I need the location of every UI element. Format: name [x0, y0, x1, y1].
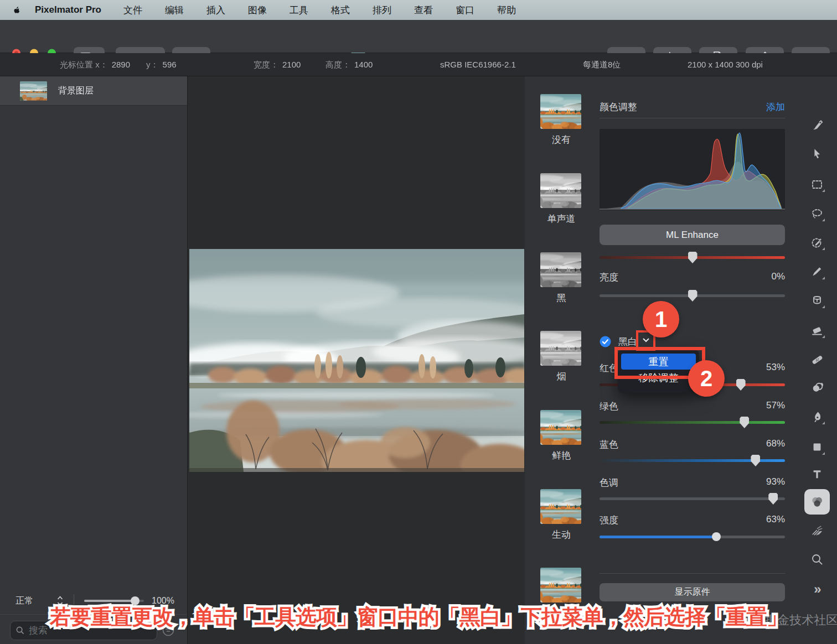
preset-black[interactable]: 黑	[540, 252, 582, 304]
slider-thumb[interactable]	[740, 417, 749, 428]
erase-tool[interactable]	[809, 322, 825, 339]
green-slider[interactable]	[600, 421, 785, 424]
document-image[interactable]	[189, 249, 524, 472]
style-tool[interactable]	[809, 117, 825, 134]
intensity-value: 63%	[766, 514, 785, 527]
shape-tool[interactable]	[809, 439, 825, 455]
paint-tool[interactable]	[809, 263, 825, 280]
color-profile: sRGB IEC61966-2.1	[440, 60, 516, 69]
slider-thumb[interactable]	[751, 455, 760, 466]
preset-label: 单声道	[540, 212, 582, 225]
slider-thumb[interactable]	[688, 290, 698, 302]
fill-tool[interactable]	[809, 292, 825, 309]
apple-logo-icon[interactable]	[12, 4, 22, 15]
image-size-dpi: 2100 x 1400 300 dpi	[688, 60, 763, 69]
menu-tools[interactable]: 工具	[290, 4, 308, 17]
color-picker-tool[interactable]	[809, 234, 825, 251]
cursor-y-value: 596	[163, 60, 177, 70]
blue-value: 68%	[766, 438, 785, 451]
preset-label: 鲜艳	[540, 449, 582, 462]
clone-tool[interactable]	[809, 379, 825, 396]
ml-enhance-button[interactable]: ML Enhance	[600, 225, 785, 245]
preset-label: 没有	[540, 133, 582, 146]
blue-slider[interactable]	[600, 459, 785, 462]
menu-image[interactable]: 图像	[248, 4, 267, 17]
show-original-label: 显示原件	[675, 586, 710, 598]
section-title: 颜色调整	[600, 101, 637, 113]
layer-row-background[interactable]: 背景图层	[0, 76, 187, 106]
slider-thumb[interactable]	[712, 532, 721, 541]
brightness-label: 亮度	[600, 271, 618, 284]
color-adjustments-tool-selected[interactable]	[804, 489, 830, 515]
blue-label: 蓝色	[600, 438, 618, 451]
preset-vivid[interactable]: 生动	[540, 489, 582, 541]
bw-dropdown-chevron-icon[interactable]	[642, 337, 650, 343]
preset-label: 烟	[540, 370, 582, 383]
cursor-x-value: 2890	[112, 60, 130, 70]
intensity-slider[interactable]	[600, 536, 785, 538]
menu-format[interactable]: 格式	[331, 4, 350, 17]
menu-insert[interactable]: 插入	[206, 4, 225, 17]
tone-label: 色调	[600, 476, 618, 489]
preset-vibrant[interactable]: 鲜艳	[540, 410, 582, 462]
green-value: 57%	[766, 400, 785, 413]
annotation-step-1: 1	[643, 301, 679, 337]
histogram	[600, 129, 785, 210]
menu-view[interactable]: 查看	[414, 4, 433, 17]
title-bar: 36% + landscape_205330039.jpeg	[0, 20, 837, 53]
menu-file[interactable]: 文件	[123, 4, 142, 17]
tools-column: »	[797, 76, 837, 644]
preset-smoke[interactable]: 烟	[540, 331, 582, 383]
zoom-tool[interactable]	[809, 551, 825, 568]
green-label: 绿色	[600, 400, 618, 413]
width-label: 宽度：	[254, 60, 278, 70]
arrange-tool[interactable]	[809, 146, 825, 162]
divider	[600, 573, 785, 574]
cursor-position-label: 光标位置 x：	[60, 60, 108, 70]
height-label: 高度：	[326, 60, 350, 70]
slider-thumb[interactable]	[768, 493, 778, 505]
repair-tool[interactable]	[809, 351, 825, 368]
app-name[interactable]: Pixelmator Pro	[35, 4, 101, 15]
bit-depth: 每通道8位	[583, 60, 621, 70]
preset-mono[interactable]: 单声道	[540, 173, 582, 225]
info-bar: 光标位置 x： 2890 y： 596 宽度： 2100 高度： 1400 sR…	[0, 53, 837, 76]
menu-edit[interactable]: 编辑	[165, 4, 184, 17]
show-original-button[interactable]: 显示原件	[600, 583, 785, 601]
layer-name: 背景图层	[58, 85, 94, 97]
layers-sidebar: 背景图层 正常 100%	[0, 76, 188, 644]
menu-bar: Pixelmator Pro 文件 编辑 插入 图像 工具 格式 排列 查看 窗…	[0, 0, 837, 20]
preset-extra[interactable]	[540, 568, 582, 603]
lasso-select-tool[interactable]	[809, 205, 825, 222]
canvas-area[interactable]	[188, 76, 525, 644]
width-value: 2100	[282, 60, 301, 70]
annotation-step-2: 2	[688, 360, 725, 397]
brightness-slider[interactable]	[600, 294, 785, 297]
menu-window[interactable]: 窗口	[456, 4, 474, 17]
slider-thumb[interactable]	[736, 379, 746, 391]
marquee-select-tool[interactable]	[809, 176, 825, 193]
preset-label: 黑	[540, 292, 582, 304]
slider-thumb[interactable]	[688, 252, 698, 263]
menu-help[interactable]: 帮助	[497, 4, 516, 17]
add-adjustment-link[interactable]: 添加	[766, 101, 785, 113]
preset-none[interactable]: 没有	[540, 94, 582, 146]
tone-slider[interactable]	[600, 497, 785, 500]
tone-value: 93%	[766, 476, 785, 489]
bw-adjustment-label: 黑白	[618, 335, 637, 348]
opacity-slider[interactable]	[84, 600, 144, 602]
type-tool[interactable]	[809, 466, 825, 482]
pen-tool[interactable]	[809, 408, 825, 425]
ml-enhance-label: ML Enhance	[666, 230, 719, 241]
effects-tool[interactable]	[809, 522, 825, 538]
more-tools-button[interactable]: »	[809, 581, 825, 598]
red-value: 53%	[766, 362, 785, 375]
caption-fill: 若要重置更改，单击「工具选项」窗口中的「黑白」下拉菜单，然后选择「重置」	[0, 603, 837, 631]
divider	[600, 118, 785, 118]
cursor-y-label: y：	[146, 60, 159, 70]
ml-enhance-slider[interactable]	[600, 256, 785, 259]
menu-arrange[interactable]: 排列	[373, 4, 391, 17]
height-value: 1400	[354, 60, 373, 70]
bw-checkbox[interactable]	[600, 336, 611, 347]
intensity-label: 强度	[600, 514, 618, 527]
